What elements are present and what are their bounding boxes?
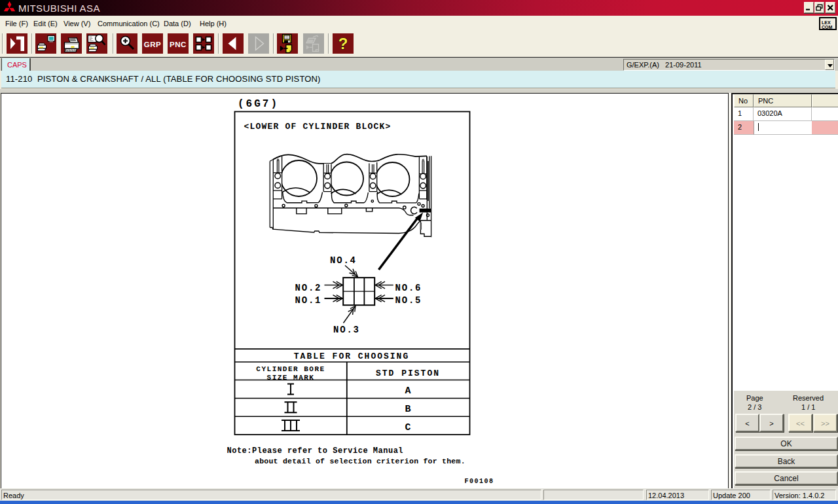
svg-text:NO.5: NO.5 — [395, 295, 422, 306]
svg-text:about detail of selection crit: about detail of selection criterion for … — [255, 457, 465, 465]
svg-text:C: C — [405, 422, 410, 433]
svg-text:B: B — [405, 404, 410, 415]
svg-text:(6G7): (6G7) — [238, 98, 279, 110]
svg-text:STD PISTON: STD PISTON — [376, 369, 440, 378]
svg-text:CYLINDER BORE: CYLINDER BORE — [256, 365, 325, 373]
svg-text:SIZE MARK: SIZE MARK — [267, 374, 315, 382]
svg-text:F00108: F00108 — [465, 478, 494, 485]
svg-text:NO.6: NO.6 — [395, 283, 422, 293]
svg-text:NO.1: NO.1 — [295, 295, 322, 306]
svg-text:NO.4: NO.4 — [330, 255, 357, 266]
svg-text:NO.2: NO.2 — [295, 283, 322, 293]
svg-text:TABLE FOR CHOOSING: TABLE FOR CHOOSING — [294, 351, 409, 361]
svg-text:?: ? — [338, 35, 348, 52]
svg-text:Note:Please refer to Service M: Note:Please refer to Service Manual — [227, 446, 404, 456]
svg-text:GRP: GRP — [144, 41, 161, 48]
svg-text:A: A — [405, 386, 410, 397]
svg-text:NO.3: NO.3 — [333, 325, 360, 335]
svg-text:<LOWER OF CYLINDER BLOCK>: <LOWER OF CYLINDER BLOCK> — [244, 122, 392, 132]
svg-text:PNC: PNC — [170, 41, 187, 48]
